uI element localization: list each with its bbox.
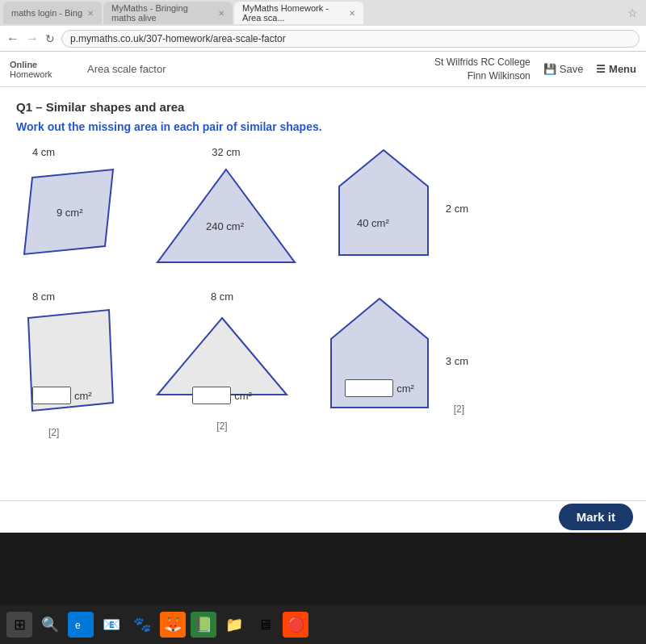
- site-header: Online Homework Area scale factor St Wil…: [0, 52, 646, 87]
- bottom-bar: Mark it: [0, 500, 646, 533]
- shape6-container: cm² 3 cm [2]: [323, 291, 436, 397]
- shape4-top-label: 8 cm: [32, 291, 55, 303]
- tab-label: maths login - Bing: [11, 8, 82, 18]
- tab-label: MyMaths Homework - Area sca...: [242, 3, 344, 23]
- taskbar-mail-icon[interactable]: 📧: [99, 612, 124, 638]
- user-name: Finn Wilkinson: [434, 69, 531, 83]
- shape4-container: 8 cm cm² [2]: [16, 291, 121, 438]
- menu-button[interactable]: ☰ Menu: [596, 63, 636, 75]
- shape6-answer-input[interactable]: [345, 379, 393, 397]
- shape5-top-label: 8 cm: [211, 291, 233, 303]
- taskbar-animal-icon[interactable]: 🐾: [129, 612, 155, 638]
- online-label: Online: [10, 60, 74, 69]
- shape3-container: 40 cm² 2 cm: [331, 146, 436, 259]
- mark-it-button[interactable]: Mark it: [559, 504, 633, 530]
- homework-label: Homework: [10, 69, 74, 79]
- tab-bing[interactable]: maths login - Bing ✕: [3, 2, 102, 24]
- shape1-top-label: 4 cm: [32, 146, 55, 158]
- shape4-marks: [2]: [48, 427, 59, 438]
- taskbar-app-icon[interactable]: 📗: [191, 612, 216, 638]
- svg-marker-4: [157, 318, 287, 395]
- tab-homework[interactable]: MyMaths Homework - Area sca... ✕: [234, 2, 363, 24]
- taskbar-windows-icon[interactable]: ⊞: [6, 612, 32, 638]
- nav-left: Online Homework: [10, 60, 74, 79]
- shape3-side-label: 2 cm: [446, 203, 468, 215]
- refresh-icon[interactable]: ↻: [45, 32, 55, 45]
- taskbar-folder-icon[interactable]: 📁: [221, 612, 247, 638]
- taskbar-search-icon[interactable]: 🔍: [37, 612, 63, 638]
- shape2-area-text: 240 cm²: [206, 220, 245, 232]
- breadcrumb: Area scale factor: [87, 63, 166, 75]
- main-content: Q1 – Similar shapes and area Work out th…: [0, 87, 646, 500]
- shape3-svg: 40 cm²: [331, 146, 436, 259]
- taskbar-firefox-icon[interactable]: 🦊: [160, 612, 186, 638]
- shape6-side-label: 3 cm: [446, 355, 468, 367]
- shape5-container: 8 cm cm² [2]: [153, 291, 291, 432]
- shape4-answer-input[interactable]: [32, 387, 71, 404]
- taskbar-edge-icon[interactable]: e: [68, 612, 94, 638]
- shape3-area-text: 40 cm²: [357, 217, 389, 229]
- close-icon[interactable]: ✕: [87, 9, 94, 18]
- back-icon[interactable]: ←: [6, 31, 19, 46]
- shape2-container: 32 cm 240 cm²: [153, 146, 299, 266]
- shape5-unit-label: cm²: [234, 390, 252, 402]
- close-icon[interactable]: ✕: [218, 9, 224, 18]
- tab-bar: maths login - Bing ✕ MyMaths - Bringing …: [0, 0, 646, 26]
- close-icon[interactable]: ✕: [349, 9, 355, 18]
- shape2-top-label: 32 cm: [212, 146, 240, 158]
- taskbar: ⊞ 🔍 e 📧 🐾 🦊 📗 📁 🖥 🔴: [0, 605, 646, 644]
- tab-mymaths[interactable]: MyMaths - Bringing maths alive ✕: [103, 2, 233, 24]
- user-info: St Wilfrids RC College Finn Wilkinson: [434, 56, 531, 83]
- shape1-svg: 9 cm²: [16, 161, 121, 258]
- forward-icon[interactable]: →: [26, 31, 39, 46]
- shape2-svg: 240 cm²: [153, 161, 299, 266]
- address-bar: ← → ↻: [0, 26, 646, 52]
- shape6-marks: [2]: [454, 404, 464, 415]
- school-name: St Wilfrids RC College: [434, 56, 531, 69]
- shape5-answer-input[interactable]: [192, 387, 231, 404]
- shape1-area-text: 9 cm²: [57, 207, 83, 219]
- shape6-unit-label: cm²: [396, 383, 414, 395]
- question-title: Q1 – Similar shapes and area: [16, 100, 630, 114]
- save-label: Save: [560, 63, 584, 75]
- star-icon[interactable]: ☆: [623, 6, 643, 19]
- svg-text:e: e: [75, 620, 81, 631]
- shape1-container: 4 cm 9 cm²: [16, 146, 121, 258]
- taskbar-app2-icon[interactable]: 🖥: [252, 612, 278, 638]
- save-button[interactable]: 💾 Save: [543, 63, 584, 75]
- shape5-marks: [2]: [216, 420, 227, 432]
- address-input[interactable]: [61, 30, 640, 48]
- svg-marker-1: [157, 169, 295, 262]
- save-icon: 💾: [543, 63, 556, 75]
- question-subtitle: Work out the missing area in each pair o…: [16, 120, 630, 133]
- shape4-unit-label: cm²: [74, 390, 92, 402]
- header-right: St Wilfrids RC College Finn Wilkinson 💾 …: [434, 56, 636, 83]
- taskbar-app3-icon[interactable]: 🔴: [283, 612, 308, 638]
- browser-window: maths login - Bing ✕ MyMaths - Bringing …: [0, 0, 646, 533]
- svg-marker-2: [339, 150, 428, 255]
- tab-label: MyMaths - Bringing maths alive: [111, 3, 213, 23]
